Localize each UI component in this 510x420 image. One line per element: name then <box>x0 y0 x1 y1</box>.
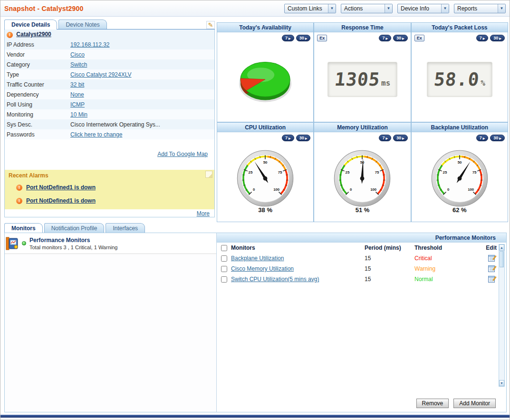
svg-text:75: 75 <box>278 170 282 175</box>
digital-value: 1305 <box>333 69 381 90</box>
select-all-checkbox[interactable] <box>221 245 227 251</box>
monitor-period: 15 <box>365 276 414 283</box>
monitor-link[interactable]: Switch CPU Utilization(5 mins avg) <box>231 276 319 283</box>
digital-display: 58.0% <box>427 62 492 97</box>
tab-notification-profile[interactable]: Notification Profile <box>44 223 105 233</box>
bottom-tabs: Monitors Notification Profile Interfaces <box>4 223 289 233</box>
detail-value-link[interactable]: Switch <box>70 61 87 68</box>
warning-icon: ! <box>16 185 22 191</box>
monitor-period: 15 <box>365 255 414 262</box>
device-info-dropdown[interactable]: Device Info ▼ <box>397 4 449 13</box>
monitor-group-subtitle: Total monitors 3 , 1 Critical, 1 Warning <box>29 244 117 250</box>
widget-controls: 7▶30▶ <box>412 132 508 140</box>
chevron-down-icon: ▼ <box>498 4 505 13</box>
tab-device-notes[interactable]: Device Notes <box>58 20 106 29</box>
chevron-down-icon: ▼ <box>441 4 449 13</box>
widget-body: 7▶30▶025507510051 % <box>314 132 410 222</box>
detail-value-link[interactable]: 192.168.112.32 <box>70 41 110 48</box>
svg-text:50: 50 <box>263 160 268 165</box>
widget-title: CPU Utilization <box>217 123 313 132</box>
reports-dropdown[interactable]: Reports ▼ <box>454 4 506 13</box>
svg-text:25: 25 <box>443 170 447 175</box>
more-alarms-link[interactable]: More <box>197 210 210 217</box>
remove-button[interactable]: Remove <box>416 399 449 408</box>
device-detail-row: Poll UsingICMP <box>5 99 214 109</box>
chevron-down-icon: ▼ <box>328 4 336 13</box>
tab-interfaces[interactable]: Interfaces <box>106 223 145 233</box>
widget-body: 7▶30▶ <box>217 32 313 122</box>
device-name-link[interactable]: Catalyst2900 <box>16 31 51 38</box>
snapshot-page: Snapshot - Catalyst2900 Custom Links ▼ A… <box>0 0 510 420</box>
detail-label: Dependency <box>5 91 70 98</box>
monitor-checkbox[interactable] <box>221 276 227 283</box>
device-detail-row: Traffic Counter32 bit <box>5 79 214 89</box>
widget-body: Ex7▶30▶58.0% <box>412 32 508 122</box>
detail-value-link[interactable]: 10 Min <box>70 111 87 118</box>
recent-alarms-title: Recent Alarms <box>9 172 211 179</box>
scroll-down-icon[interactable]: ▼ <box>499 380 504 386</box>
widget-body: 7▶30▶025507510062 % <box>412 132 508 222</box>
add-monitor-button[interactable]: Add Monitor <box>453 399 496 408</box>
edit-icon[interactable] <box>488 254 497 262</box>
col-monitors: Monitors <box>231 244 365 251</box>
monitor-buttons: Remove Add Monitor <box>416 399 496 408</box>
detail-label: Type <box>5 71 70 78</box>
detail-value: Cisco Internetwork Operating Sys... <box>70 121 214 128</box>
tab-device-details[interactable]: Device Details <box>4 20 57 29</box>
widget-response-time: Response TimeEx7▶30▶1305ms <box>314 22 411 122</box>
digital-unit: ms <box>381 78 390 88</box>
detail-label: Traffic Counter <box>5 81 70 88</box>
page-title: Snapshot - Catalyst2900 <box>4 5 83 12</box>
gauge-chart: 0255075100 <box>331 148 393 207</box>
widget-content: 58.0% <box>412 40 508 122</box>
detail-label: Category <box>5 61 70 68</box>
custom-links-dropdown[interactable]: Custom Links ▼ <box>284 4 336 13</box>
tab-monitors[interactable]: Monitors <box>4 223 43 233</box>
widget-content: 1305ms <box>314 40 410 122</box>
widget-content: 025507510062 % <box>412 140 508 222</box>
actions-dropdown[interactable]: Actions ▼ <box>341 4 393 13</box>
widget-title: Memory Utilization <box>314 123 410 132</box>
detail-value-link[interactable]: Cisco <box>70 51 85 58</box>
header-dropdowns: Custom Links ▼ Actions ▼ Device Info ▼ R… <box>284 4 506 13</box>
monitor-group-performance[interactable]: Performance Monitors Total monitors 3 , … <box>5 233 216 254</box>
widget-body: 7▶30▶025507510038 % <box>217 132 313 222</box>
monitors-scrollbar[interactable]: ▲ ▼ <box>499 244 505 387</box>
detail-value-link[interactable]: 32 bit <box>70 81 84 88</box>
top-bar: Snapshot - Catalyst2900 Custom Links ▼ A… <box>0 0 510 17</box>
alarm-item: !Port NotDefined1 is down <box>9 194 211 207</box>
google-map-row: Add To Google Map <box>5 147 214 160</box>
svg-text:50: 50 <box>457 160 462 165</box>
monitor-link[interactable]: Cisco Memory Utilization <box>231 265 294 272</box>
detail-label: Monitoring <box>5 111 70 118</box>
alarm-link[interactable]: Port NotDefined1 is down <box>26 197 96 204</box>
scroll-up-icon[interactable]: ▲ <box>499 244 504 251</box>
monitor-row: Switch CPU Utilization(5 mins avg)15Norm… <box>217 274 506 284</box>
svg-text:0: 0 <box>253 187 255 192</box>
dropdown-label: Actions <box>341 5 385 12</box>
monitor-threshold: Normal <box>414 276 479 283</box>
col-edit: Edit <box>479 244 499 251</box>
scroll-thumb[interactable] <box>500 251 504 267</box>
edit-device-icon[interactable]: ✎ <box>206 21 215 29</box>
widget-content <box>217 40 313 122</box>
monitor-checkbox[interactable] <box>221 255 227 262</box>
monitor-checkbox[interactable] <box>221 266 227 272</box>
monitor-threshold: Warning <box>414 265 479 272</box>
svg-text:75: 75 <box>472 170 476 175</box>
detail-value-link[interactable]: None <box>70 91 84 98</box>
monitor-link[interactable]: Backplane Utilization <box>231 255 284 262</box>
alarm-link[interactable]: Port NotDefined1 is down <box>26 184 96 191</box>
edit-icon[interactable] <box>488 265 497 273</box>
gauge-chart: 0255075100 <box>429 148 491 207</box>
detail-value-link[interactable]: Cisco Catalyst 2924XLV <box>70 71 132 78</box>
edit-icon[interactable] <box>488 275 497 283</box>
warning-icon: ! <box>16 198 22 204</box>
widgets-grid: Today's Availability7▶30▶Response TimeEx… <box>217 22 508 223</box>
detail-value-link[interactable]: ICMP <box>70 101 85 108</box>
alarms-more-row: More <box>5 209 214 217</box>
add-to-google-map-link[interactable]: Add To Google Map <box>157 151 208 157</box>
detail-value-link[interactable]: Click here to change <box>70 131 122 138</box>
widget-title: Today's Availability <box>217 23 313 32</box>
widget-cpu-utilization: CPU Utilization7▶30▶025507510038 % <box>217 122 314 222</box>
